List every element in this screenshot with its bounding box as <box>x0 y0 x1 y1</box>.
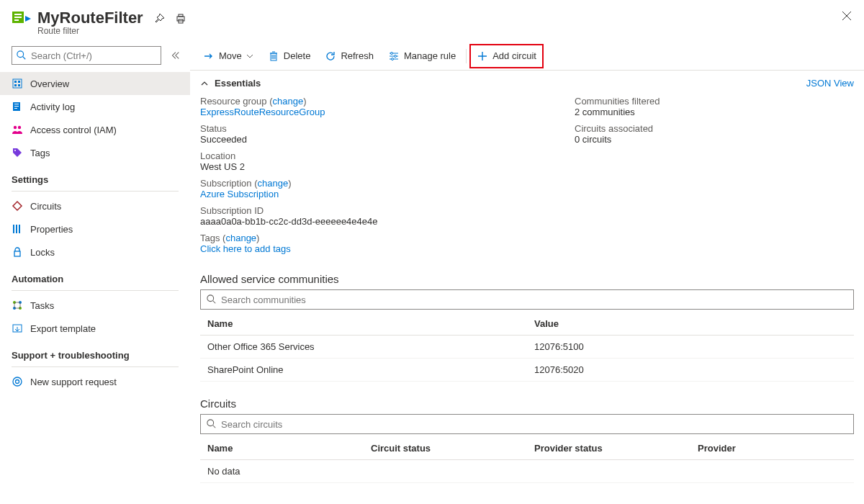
sidebar-section-automation: Automation <box>0 264 190 287</box>
circuits-search[interactable] <box>200 414 854 434</box>
move-icon <box>203 50 215 62</box>
add-icon <box>477 50 488 62</box>
search-icon <box>207 419 217 429</box>
tasks-icon <box>12 300 23 311</box>
move-button[interactable]: Move <box>197 45 259 67</box>
svg-point-35 <box>391 58 393 60</box>
sidebar-item-label: Activity log <box>30 102 75 112</box>
sidebar-item-overview[interactable]: Overview <box>0 72 190 95</box>
table-row[interactable]: SharePoint Online 12076:5020 <box>200 359 854 382</box>
sidebar-item-label: Overview <box>30 78 69 89</box>
essentials-header[interactable]: Essentials JSON View <box>190 71 864 96</box>
sidebar-item-label: Tags <box>30 148 50 158</box>
tags-icon <box>12 147 23 158</box>
svg-point-38 <box>207 420 214 426</box>
sidebar-item-label: Export template <box>30 323 96 334</box>
communities-filtered-label: Communities filtered <box>575 96 660 107</box>
svg-point-30 <box>13 377 22 386</box>
sidebar-item-label: Circuits <box>30 201 61 212</box>
main-content: Move Delete Refresh Manage rule <box>190 42 864 504</box>
communities-filtered-value: 2 communities <box>575 107 660 117</box>
circuits-title: Circuits <box>200 397 854 410</box>
sidebar-item-export-template[interactable]: Export template <box>0 317 190 340</box>
svg-line-39 <box>213 426 216 428</box>
circuits-table: Name Circuit status Provider status Prov… <box>200 437 854 483</box>
sidebar-item-locks[interactable]: Locks <box>0 240 190 264</box>
svg-rect-13 <box>18 84 20 86</box>
resource-group-value[interactable]: ExpressRouteResourceGroup <box>200 107 531 117</box>
sidebar-item-label: Tasks <box>30 300 54 311</box>
tags-value[interactable]: Click here to add tags <box>200 243 531 254</box>
close-icon[interactable] <box>841 10 852 22</box>
col-provider-status[interactable]: Provider status <box>527 437 690 460</box>
svg-rect-21 <box>13 225 14 233</box>
sidebar-item-circuits[interactable]: Circuits <box>0 194 190 217</box>
change-tags-link[interactable]: change <box>225 233 256 243</box>
sidebar-item-activity-log[interactable]: Activity log <box>0 95 190 118</box>
delete-button[interactable]: Delete <box>262 45 317 67</box>
chevron-up-icon <box>200 79 209 88</box>
command-bar: Move Delete Refresh Manage rule <box>190 42 864 71</box>
svg-point-7 <box>17 51 24 58</box>
svg-point-34 <box>394 55 396 57</box>
svg-rect-9 <box>13 79 22 88</box>
svg-rect-22 <box>16 225 17 233</box>
svg-point-36 <box>207 295 214 302</box>
svg-rect-1 <box>14 14 22 15</box>
activity-log-icon <box>12 101 23 112</box>
sidebar-item-label: New support request <box>30 377 117 387</box>
svg-point-18 <box>14 126 17 129</box>
communities-search[interactable] <box>200 289 854 310</box>
sidebar-item-tasks[interactable]: Tasks <box>0 294 190 317</box>
subscription-id-value: aaaa0a0a-bb1b-cc2c-dd3d-eeeeee4e4e4e <box>200 216 531 227</box>
svg-rect-10 <box>14 81 17 83</box>
collapse-sidebar-icon[interactable] <box>167 50 183 60</box>
print-icon[interactable] <box>175 13 186 24</box>
table-row[interactable]: Other Office 365 Services 12076:5100 <box>200 336 854 359</box>
subscription-label: Subscription <box>200 178 252 189</box>
location-value: West US 2 <box>200 161 531 172</box>
json-view-link[interactable]: JSON View <box>806 78 854 89</box>
iam-icon <box>12 124 23 135</box>
circuits-section: Circuits Name Circuit status Provider st… <box>190 386 864 487</box>
col-circuit-status[interactable]: Circuit status <box>364 437 527 460</box>
sidebar-item-tags[interactable]: Tags <box>0 141 190 164</box>
sidebar-item-access-control[interactable]: Access control (IAM) <box>0 118 190 141</box>
svg-rect-24 <box>14 251 20 256</box>
col-value[interactable]: Value <box>527 312 854 336</box>
svg-line-8 <box>23 57 26 60</box>
svg-rect-17 <box>14 108 17 109</box>
sidebar-section-settings: Settings <box>0 164 190 188</box>
location-label: Location <box>200 150 531 161</box>
sidebar-item-new-support-request[interactable]: New support request <box>0 370 190 393</box>
status-label: Status <box>200 123 531 134</box>
pin-icon[interactable] <box>153 13 165 24</box>
add-circuit-button[interactable]: Add circuit <box>469 44 544 68</box>
svg-point-33 <box>390 52 392 54</box>
refresh-button[interactable]: Refresh <box>319 45 379 67</box>
manage-rule-button[interactable]: Manage rule <box>382 45 462 67</box>
sidebar-item-label: Access control (IAM) <box>30 125 117 135</box>
col-name[interactable]: Name <box>200 437 364 460</box>
svg-line-37 <box>213 301 216 304</box>
svg-rect-12 <box>14 84 17 86</box>
sidebar-section-support: Support + troubleshooting <box>0 340 190 364</box>
sidebar-search-input[interactable] <box>31 50 156 61</box>
status-value: Succeeded <box>200 134 531 145</box>
col-provider[interactable]: Provider <box>690 437 854 460</box>
resource-header: MyRouteFilter Route filter <box>0 0 864 42</box>
page-title: MyRouteFilter <box>37 9 143 27</box>
change-resource-group-link[interactable]: change <box>272 96 303 107</box>
sidebar-search[interactable] <box>12 46 161 65</box>
locks-icon <box>12 246 23 258</box>
table-row-empty: No data <box>200 460 854 483</box>
svg-rect-3 <box>14 19 19 21</box>
essentials-grid: Resource group (change) ExpressRouteReso… <box>190 96 864 261</box>
communities-search-input[interactable] <box>221 294 847 305</box>
sidebar-item-properties[interactable]: Properties <box>0 217 190 240</box>
col-name[interactable]: Name <box>200 312 527 336</box>
circuits-search-input[interactable] <box>221 419 847 430</box>
subscription-value[interactable]: Azure Subscription <box>200 189 531 199</box>
manage-rule-icon <box>388 50 400 62</box>
change-subscription-link[interactable]: change <box>258 178 289 189</box>
